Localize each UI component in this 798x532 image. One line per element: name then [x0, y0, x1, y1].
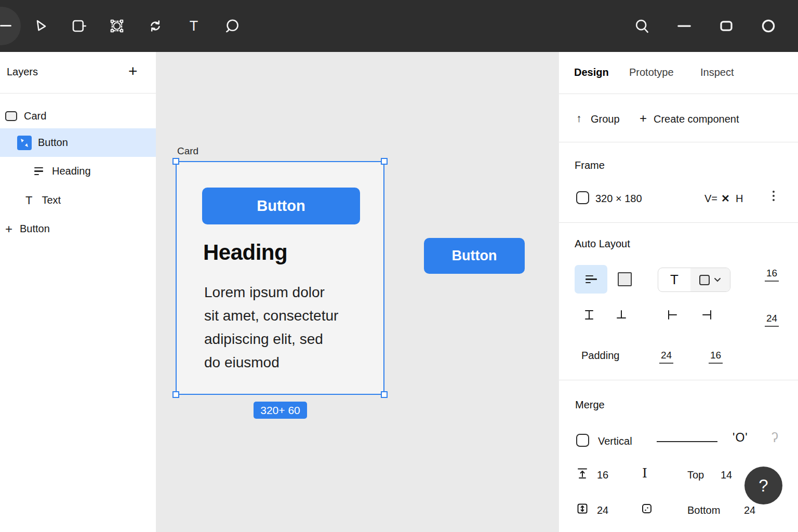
layer-item-button[interactable]: Button	[0, 128, 156, 157]
padding-v-input[interactable]: 16	[709, 350, 723, 364]
align-left-edge-icon[interactable]	[666, 309, 679, 321]
layer-label: Heading	[52, 165, 91, 177]
frame-section-title: Frame	[575, 159, 605, 171]
merge-vertical-label: Vertical	[598, 435, 632, 447]
plus-icon: +	[5, 223, 12, 235]
align-bottom-icon[interactable]	[615, 309, 628, 321]
frame-tool-button[interactable]	[71, 18, 86, 34]
record-button[interactable]	[761, 18, 776, 34]
layer-label: Button	[20, 223, 50, 235]
group-button[interactable]: Group	[591, 113, 620, 125]
body-line: Lorem ipsum dolor	[204, 281, 338, 304]
merge-vertical-checkbox[interactable]	[576, 434, 589, 447]
circle-icon	[761, 18, 776, 34]
align-right-edge-icon[interactable]	[701, 309, 713, 321]
text-layer-icon: T	[25, 195, 32, 206]
divider	[559, 94, 798, 94]
divider	[559, 142, 798, 142]
merge-section-title: Merge	[575, 399, 605, 411]
layer-item-card[interactable]: Card	[0, 102, 156, 130]
frame-size-value[interactable]: 320 × 180	[595, 193, 642, 205]
cursor-icon	[32, 18, 48, 34]
align-lines-icon	[586, 275, 597, 284]
card-heading[interactable]: Heading	[203, 240, 287, 265]
question-mark-icon: ?	[759, 476, 768, 496]
tab-prototype[interactable]: Prototype	[629, 66, 674, 78]
create-component-plus-icon: +	[640, 111, 647, 126]
text-fill-option[interactable]: T	[658, 268, 690, 291]
inspector-panel: Design Prototype Inspect ↑ Group + Creat…	[558, 52, 798, 532]
gap2-input[interactable]: 24	[765, 313, 779, 327]
constraint-v-label[interactable]: V=	[704, 193, 717, 205]
padding-top-icon[interactable]	[576, 467, 589, 480]
body-line: sit amet, consectetur	[204, 304, 338, 327]
help-button[interactable]: ?	[744, 467, 782, 504]
align-left-button[interactable]	[575, 265, 607, 294]
layout-square-button[interactable]	[618, 272, 632, 286]
layer-label: Card	[24, 110, 46, 122]
layer-item-heading[interactable]: Heading	[0, 157, 156, 185]
minimize-button[interactable]	[676, 18, 692, 34]
component-icon	[109, 18, 125, 34]
tab-inspect[interactable]: Inspect	[700, 66, 734, 78]
layer-label: Button	[38, 137, 68, 149]
shape-swatch-icon	[699, 275, 710, 285]
body-line: do eiusmod	[204, 351, 338, 374]
menu-icon	[0, 25, 11, 26]
bottom-value[interactable]: 24	[744, 504, 755, 516]
frame-layer-icon	[5, 111, 17, 121]
text-tool-button[interactable]: T	[186, 18, 202, 34]
group-arrow-icon: ↑	[576, 112, 582, 125]
frame-checkbox[interactable]	[576, 191, 589, 204]
text-cursor-icon: I	[642, 466, 647, 481]
layers-panel: Layers + Card Button Heading T Text + Bu…	[0, 52, 156, 532]
layer-item-add-button[interactable]: + Button	[0, 215, 156, 243]
padding-label: Padding	[581, 350, 619, 362]
size-badge: 320+ 60	[254, 402, 307, 419]
top-value[interactable]: 14	[721, 469, 732, 481]
constraint-x-icon[interactable]: ✕	[721, 192, 730, 205]
card-frame[interactable]: Button Heading Lorem ipsum dolor sit ame…	[176, 161, 384, 395]
selection-handle-ne[interactable]	[381, 158, 388, 165]
text-lines-icon	[34, 167, 43, 176]
squiggle-icon: ʔ	[772, 430, 778, 446]
search-button[interactable]	[634, 18, 650, 34]
selection-handle-nw[interactable]	[172, 158, 179, 165]
card-button[interactable]: Button	[202, 188, 360, 224]
move-tool-button[interactable]	[32, 18, 48, 34]
merge-slider-track[interactable]	[657, 441, 717, 442]
create-component-button[interactable]: Create component	[654, 113, 739, 125]
top-label: Top	[687, 469, 704, 481]
divider	[559, 380, 798, 380]
top-toolbar: T	[0, 0, 798, 52]
canvas[interactable]: Card Button Heading Lorem ipsum dolor si…	[156, 52, 558, 532]
rotate-tool-button[interactable]	[148, 18, 163, 34]
selection-handle-sw[interactable]	[172, 391, 179, 398]
spacing-value-2[interactable]: 24	[597, 504, 608, 516]
spacing-value-1[interactable]: 16	[597, 469, 608, 481]
comment-tool-button[interactable]	[224, 18, 240, 34]
search-icon	[634, 18, 650, 34]
selection-handle-se[interactable]	[381, 391, 388, 398]
shape-fill-option[interactable]	[690, 268, 730, 291]
card-frame-label[interactable]: Card	[177, 145, 198, 157]
vertical-resize-icon[interactable]	[576, 502, 589, 515]
component-tool-button[interactable]	[109, 18, 125, 34]
comment-icon	[224, 18, 240, 34]
constraint-h-label[interactable]: H	[736, 193, 743, 205]
gap-input[interactable]: 16	[765, 268, 779, 282]
frame-options-kebab-icon[interactable]	[773, 191, 775, 201]
maximize-button[interactable]	[719, 18, 734, 34]
rotate-handle-icon[interactable]: 'O'	[733, 431, 748, 445]
card-body-text[interactable]: Lorem ipsum dolor sit amet, consectetur …	[204, 281, 338, 374]
auto-layout-section-title: Auto Layout	[575, 238, 630, 250]
add-layer-button[interactable]: +	[128, 62, 138, 80]
chevron-down-icon	[714, 277, 721, 282]
vertical-distribute-icon[interactable]	[583, 309, 595, 321]
layer-item-text[interactable]: T Text	[0, 186, 156, 215]
floating-button[interactable]: Button	[424, 238, 525, 274]
tab-design[interactable]: Design	[574, 66, 609, 78]
padding-h-input[interactable]: 24	[659, 350, 673, 364]
corner-dots-icon[interactable]	[641, 502, 653, 515]
fill-type-segmented-control: T	[658, 268, 730, 292]
